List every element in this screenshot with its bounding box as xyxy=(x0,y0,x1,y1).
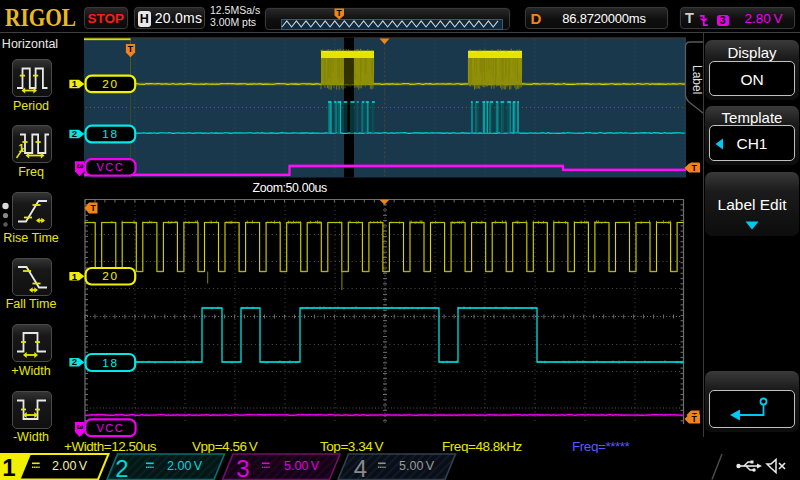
svg-text:T: T xyxy=(691,414,697,424)
svg-text:T: T xyxy=(691,163,697,173)
svg-text:1: 1 xyxy=(2,454,15,480)
svg-text:T: T xyxy=(91,203,97,213)
svg-text:20: 20 xyxy=(102,269,118,283)
svg-text:T: T xyxy=(337,8,343,18)
svg-text:1: 1 xyxy=(72,78,78,89)
svg-text:18: 18 xyxy=(102,356,118,370)
svg-text:4: 4 xyxy=(354,455,367,480)
svg-text:2: 2 xyxy=(72,128,77,139)
svg-text:Zoom:50.00us: Zoom:50.00us xyxy=(253,181,328,195)
svg-text:1: 1 xyxy=(72,271,78,282)
svg-text:VCC: VCC xyxy=(97,161,125,173)
svg-text:3: 3 xyxy=(236,455,249,480)
svg-text:3: 3 xyxy=(75,424,85,429)
svg-text:2: 2 xyxy=(72,356,77,367)
svg-text:T: T xyxy=(128,44,134,54)
svg-text:3: 3 xyxy=(75,164,85,169)
svg-text:18: 18 xyxy=(102,127,118,141)
svg-text:2: 2 xyxy=(115,455,128,480)
svg-text:20: 20 xyxy=(102,77,118,91)
svg-text:VCC: VCC xyxy=(97,422,125,434)
svg-text:Label: Label xyxy=(690,65,704,94)
